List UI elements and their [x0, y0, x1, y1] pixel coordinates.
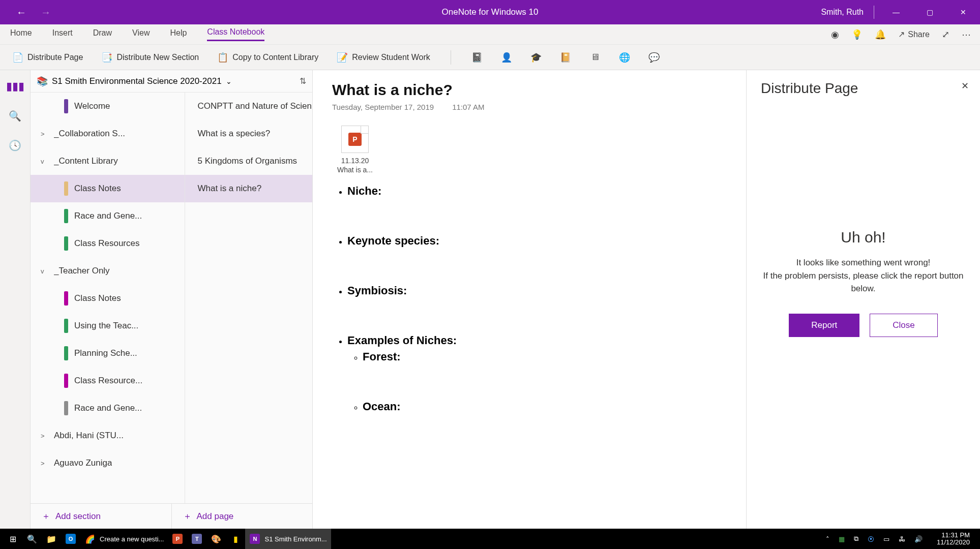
manage-notebooks-icon[interactable]: 📔: [560, 52, 571, 63]
tray-chevron-icon[interactable]: ˄: [826, 535, 829, 543]
notebooks-rail-icon[interactable]: ▮▮▮: [6, 77, 24, 96]
ribbon-tabs: Home Insert Draw View Help Class Noteboo…: [0, 24, 980, 45]
tab-insert[interactable]: Insert: [52, 28, 73, 41]
sticky-notes-icon[interactable]: ▮: [226, 529, 245, 549]
tab-draw[interactable]: Draw: [93, 28, 112, 41]
tray-security-icon[interactable]: ▦: [839, 535, 845, 543]
teams-icon[interactable]: T: [187, 529, 206, 549]
bullet-symbiosis[interactable]: Symbiosis:: [347, 284, 407, 297]
copy-library-button[interactable]: 📋Copy to Content Library: [217, 52, 318, 63]
add-page-label: Add page: [197, 511, 234, 522]
tab-home[interactable]: Home: [10, 28, 32, 41]
section-group[interactable]: >Aguavo Zuniga: [31, 449, 185, 477]
paint-icon[interactable]: 🎨: [206, 529, 226, 549]
share-label: Share: [908, 30, 930, 39]
outlook-icon[interactable]: O: [61, 529, 80, 549]
page-item[interactable]: CONPTT and Nature of Scien...: [185, 93, 312, 120]
distribute-page-button[interactable]: 📄Distribute Page: [12, 52, 83, 63]
review-work-icon: 📝: [337, 52, 348, 63]
add-page-button[interactable]: ＋ Add page: [171, 504, 313, 529]
tray-battery-icon[interactable]: ▭: [883, 535, 889, 543]
tray-app-icon[interactable]: ⦿: [868, 535, 874, 543]
feedback-icon[interactable]: 💬: [648, 52, 660, 63]
create-class-notebook-icon[interactable]: 📓: [471, 52, 483, 63]
bullet-keynote[interactable]: Keynote species:: [347, 234, 439, 247]
connections-icon[interactable]: 🖥: [589, 52, 601, 63]
pane-close-button[interactable]: ✕: [961, 80, 969, 92]
bullet-examples[interactable]: Examples of Niches:: [347, 334, 457, 347]
tab-help[interactable]: Help: [170, 28, 187, 41]
section-item[interactable]: Class Resources: [31, 230, 185, 257]
system-tray[interactable]: ˄ ▦ ⧉ ⦿ ▭ 🖧 🔊 11:31 PM 11/12/2020: [826, 532, 977, 546]
teacher-icon[interactable]: 🎓: [530, 52, 542, 63]
add-student-icon[interactable]: 👤: [501, 52, 512, 63]
page-canvas[interactable]: What is a niche? Tuesday, September 17, …: [313, 70, 746, 529]
onenote-taskbar-item[interactable]: NS1 Smith Environm...: [245, 529, 331, 549]
sort-icon[interactable]: ⇅: [300, 76, 306, 86]
bullet-forest[interactable]: Forest:: [363, 350, 401, 363]
maximize-button[interactable]: ▢: [918, 0, 941, 24]
section-item[interactable]: Class Resource...: [31, 367, 185, 394]
bullet-ocean[interactable]: Ocean:: [363, 400, 401, 413]
chevron-icon: >: [41, 460, 48, 467]
section-color-tab: [64, 319, 68, 333]
page-title[interactable]: What is a niche?: [332, 81, 727, 99]
powerpoint-icon[interactable]: P: [168, 529, 187, 549]
taskbar-clock[interactable]: 11:31 PM 11/12/2020: [932, 532, 975, 546]
more-icon[interactable]: ⋯: [962, 29, 971, 40]
page-meta: Tuesday, September 17, 2019 11:07 AM: [332, 103, 727, 111]
section-color-tab: [64, 99, 68, 113]
section-item[interactable]: Planning Sche...: [31, 340, 185, 367]
section-group[interactable]: >_Collaboration S...: [31, 120, 185, 147]
section-item[interactable]: Race and Gene...: [31, 394, 185, 422]
close-window-button[interactable]: ✕: [952, 0, 975, 24]
section-item[interactable]: Welcome: [31, 93, 185, 120]
section-color-tab: [64, 236, 68, 251]
close-button[interactable]: Close: [870, 314, 937, 337]
notifications-icon[interactable]: 🔔: [875, 29, 886, 40]
add-section-button[interactable]: ＋ Add section: [31, 504, 171, 529]
section-item[interactable]: Class Notes: [31, 175, 185, 202]
forward-button[interactable]: →: [41, 7, 51, 18]
section-group[interactable]: v_Content Library: [31, 147, 185, 175]
tab-class-notebook[interactable]: Class Notebook: [207, 27, 264, 41]
section-item[interactable]: Using the Teac...: [31, 312, 185, 340]
lightbulb-icon[interactable]: 💡: [851, 29, 863, 40]
minimize-button[interactable]: —: [884, 0, 908, 24]
section-name: _Teacher Only: [54, 266, 110, 276]
chrome-taskbar-item[interactable]: 🌈Create a new questi...: [80, 529, 168, 549]
section-group[interactable]: v_Teacher Only: [31, 257, 185, 285]
share-button[interactable]: ↗ Share: [898, 29, 930, 39]
section-name: Using the Teac...: [74, 321, 138, 331]
professional-dev-icon[interactable]: 🌐: [619, 52, 630, 63]
section-group[interactable]: >Abdi, Hani (STU...: [31, 422, 185, 449]
attachment-line1: 11.13.20: [341, 157, 369, 165]
start-button[interactable]: ⊞: [3, 529, 22, 549]
page-body[interactable]: Niche: Keynote species: Symbiosis: Examp…: [332, 185, 727, 413]
powerpoint-attachment[interactable]: P 11.13.20What is a...: [332, 126, 378, 174]
tray-network-icon[interactable]: 🖧: [899, 535, 905, 543]
recent-rail-icon[interactable]: 🕓: [6, 136, 24, 155]
search-rail-icon[interactable]: 🔍: [6, 107, 24, 125]
taskbar-search-icon[interactable]: 🔍: [22, 529, 42, 549]
tray-volume-icon[interactable]: 🔊: [914, 535, 923, 543]
distribute-section-button[interactable]: 📑Distribute New Section: [101, 52, 199, 63]
bullet-niche[interactable]: Niche:: [347, 185, 381, 197]
page-item[interactable]: What is a species?: [185, 120, 312, 147]
section-item[interactable]: Race and Gene...: [31, 202, 185, 230]
fullscreen-icon[interactable]: ⤢: [942, 29, 949, 40]
page-item[interactable]: 5 Kingdoms of Organisms: [185, 147, 312, 175]
file-explorer-icon[interactable]: 📁: [42, 529, 61, 549]
user-name[interactable]: Smith, Ruth: [821, 8, 864, 17]
review-work-button[interactable]: 📝Review Student Work: [337, 52, 430, 63]
sync-status-icon[interactable]: ◉: [831, 29, 839, 40]
back-button[interactable]: ←: [16, 7, 26, 18]
chevron-down-icon: ⌄: [226, 77, 232, 85]
tab-view[interactable]: View: [132, 28, 150, 41]
report-button[interactable]: Report: [789, 314, 859, 337]
notebook-selector[interactable]: 📚 S1 Smith Environmental Science 2020-20…: [31, 70, 312, 93]
tray-dropbox-icon[interactable]: ⧉: [854, 535, 858, 543]
section-item[interactable]: Class Notes: [31, 285, 185, 312]
page-item[interactable]: What is a niche?: [185, 175, 312, 202]
distribute-page-label: Distribute Page: [27, 53, 83, 62]
